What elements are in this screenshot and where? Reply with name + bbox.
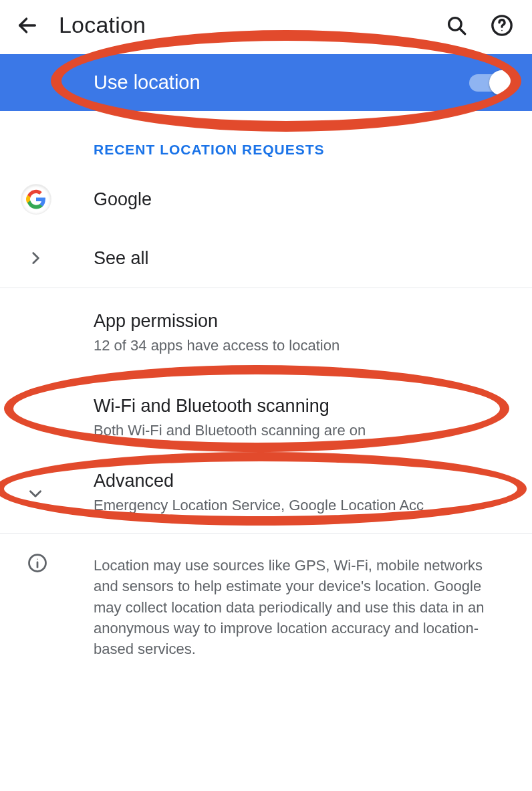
google-logo-icon [21,185,51,214]
search-icon[interactable] [445,14,468,37]
help-icon[interactable] [491,14,513,37]
wifi-bluetooth-scanning-row[interactable]: Wi-Fi and Bluetooth scanning Both Wi-Fi … [0,378,532,458]
info-icon [27,552,48,574]
advanced-sub: Emergency Location Service, Google Locat… [94,495,516,516]
app-bar: Location [0,0,532,54]
svg-point-7 [37,558,38,560]
svg-line-2 [460,28,465,33]
info-text: Location may use sources like GPS, Wi-Fi… [94,552,516,679]
chevron-right-icon [27,249,44,267]
recent-requests-header: RECENT LOCATION REQUESTS [0,111,532,170]
scanning-title: Wi-Fi and Bluetooth scanning [94,396,516,417]
info-row: Location may use sources like GPS, Wi-Fi… [0,534,532,693]
use-location-toggle-row[interactable]: Use location [0,54,532,111]
app-permission-row[interactable]: App permission 12 of 34 apps have access… [0,288,532,378]
chevron-down-icon [27,485,44,502]
advanced-row[interactable]: Advanced Emergency Location Service, Goo… [0,457,532,529]
svg-point-4 [501,29,503,31]
recent-app-google[interactable]: Google [0,170,532,229]
page-title: Location [59,12,425,38]
scanning-sub: Both Wi-Fi and Bluetooth scanning are on [94,421,516,441]
recent-app-label: Google [94,189,516,210]
app-permission-title: App permission [94,311,516,332]
see-all-row[interactable]: See all [0,229,532,288]
see-all-label: See all [94,248,516,269]
advanced-title: Advanced [94,471,516,491]
toggle-switch[interactable] [469,74,509,92]
app-permission-sub: 12 of 34 apps have access to location [94,336,516,356]
back-icon[interactable] [16,14,39,37]
use-location-label: Use location [94,72,469,94]
